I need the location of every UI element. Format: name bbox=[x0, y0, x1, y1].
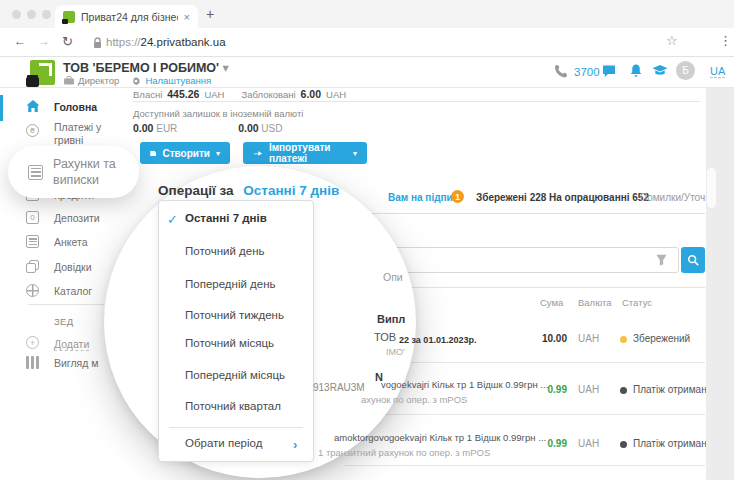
user-avatar[interactable]: Б bbox=[676, 61, 695, 80]
blocked-label: Заблоковані bbox=[241, 89, 295, 100]
fragment-row1-title: Випл bbox=[377, 313, 405, 325]
window-zoom-button[interactable] bbox=[42, 10, 51, 19]
eur-value: 0.00 bbox=[133, 122, 153, 134]
sidebar-item-home[interactable]: Головна bbox=[54, 101, 126, 114]
browser-menu-icon[interactable]: ⋮ bbox=[719, 33, 732, 48]
fragment-row2-account: ахунок по опер. з mPOS bbox=[361, 394, 467, 405]
menu-item-current-month[interactable]: Поточний місяць bbox=[185, 337, 274, 349]
hryvnia-payments-icon: ₴ bbox=[26, 124, 40, 138]
briefcase-icon bbox=[64, 76, 74, 85]
scrollbar-thumb[interactable] bbox=[707, 168, 716, 208]
privat24-window: { "colors": { "accent_blue":"#29a6de", "… bbox=[0, 0, 734, 480]
url-host: 24.privatbank.ua bbox=[141, 36, 226, 48]
menu-item-previous-month[interactable]: Попередній місяць bbox=[185, 369, 285, 381]
usd-value: 0.00 bbox=[238, 122, 258, 134]
browser-tab[interactable]: Приват24 для бізнесу × bbox=[55, 5, 198, 28]
usd-currency: USD bbox=[261, 123, 282, 134]
fragment-row1-imo: ІМО' bbox=[386, 347, 405, 357]
menu-item-current-week[interactable]: Поточний тиждень bbox=[185, 309, 284, 321]
settings-link[interactable]: Налаштування bbox=[145, 75, 211, 86]
check-icon: ✓ bbox=[167, 212, 178, 227]
operations-period-header: Операції за Останні 7 днів bbox=[158, 183, 339, 198]
fragment-row2-id: 913RAU3M bbox=[313, 382, 365, 393]
certificates-icon bbox=[26, 260, 40, 274]
tab-for-signature[interactable]: Вам на підпис bbox=[388, 192, 458, 203]
forward-icon[interactable]: → bbox=[38, 34, 50, 48]
phone-icon bbox=[553, 63, 569, 79]
create-button[interactable]: Створити ▾ bbox=[140, 142, 230, 164]
menu-view-icon bbox=[26, 356, 40, 370]
home-icon bbox=[26, 99, 40, 113]
chevron-right-icon: › bbox=[293, 437, 297, 452]
privatbank-logo bbox=[30, 60, 55, 85]
sidebar-item-deposits[interactable]: Депозити bbox=[54, 212, 126, 225]
import-button-label: Імпортувати платежі bbox=[269, 142, 347, 164]
reload-icon[interactable]: ↻ bbox=[62, 34, 73, 49]
own-currency: UAH bbox=[204, 89, 224, 100]
operations-label: Операції за bbox=[158, 183, 234, 198]
period-dropdown-menu: ✓ Останні 7 днів Поточний день Попередні… bbox=[158, 200, 314, 462]
sidebar-item-payments-uah[interactable]: Платежі у гривні bbox=[54, 121, 126, 147]
active-item-indicator bbox=[0, 95, 3, 121]
window-close-button[interactable] bbox=[12, 10, 21, 19]
role-label: Директор bbox=[78, 75, 119, 86]
row-divider bbox=[345, 414, 705, 415]
url-scheme: https:// bbox=[106, 36, 141, 48]
catalog-icon bbox=[26, 284, 40, 298]
fragment-row1-tov: ТОВ bbox=[374, 331, 396, 343]
fx-balance-title: Доступний залишок в іноземній валюті bbox=[133, 108, 303, 119]
fragment-row1-date: 22 за 01.01.2023р. bbox=[399, 335, 476, 345]
row1-status: Збережений bbox=[633, 333, 690, 344]
column-currency: Валюта bbox=[578, 297, 612, 308]
new-tab-button[interactable]: + bbox=[206, 6, 214, 22]
import-payments-button[interactable]: Імпортувати платежі ▾ bbox=[243, 142, 367, 164]
menu-item-previous-day[interactable]: Попередній день bbox=[185, 278, 276, 290]
create-button-label: Створити bbox=[162, 148, 210, 159]
menu-item-current-quarter[interactable]: Поточний квартал bbox=[185, 400, 281, 412]
bell-icon[interactable] bbox=[628, 63, 644, 79]
url-field[interactable]: https://24.privatbank.ua bbox=[106, 36, 226, 48]
back-icon[interactable]: ← bbox=[14, 34, 26, 48]
tab-title: Приват24 для бізнесу bbox=[81, 11, 178, 23]
own-value: 445.26 bbox=[167, 88, 199, 100]
row1-sum: 10.00 bbox=[520, 333, 567, 344]
tab-processing[interactable]: На опрацюванні 652 bbox=[549, 192, 649, 203]
row2-status-dot bbox=[620, 387, 627, 394]
search-button[interactable] bbox=[681, 247, 705, 273]
row3-currency: UAH bbox=[578, 438, 599, 449]
menu-item-choose-period[interactable]: Обрати період bbox=[185, 437, 262, 449]
filter-funnel-icon[interactable] bbox=[655, 253, 668, 266]
row1-currency: UAH bbox=[578, 333, 599, 344]
chevron-down-icon: ▾ bbox=[223, 61, 229, 75]
operations-period-value[interactable]: Останні 7 днів bbox=[243, 183, 339, 198]
tab-saved[interactable]: Збережені 228 bbox=[476, 192, 546, 203]
menu-item-last-7-days[interactable]: Останні 7 днів bbox=[185, 212, 267, 224]
window-minimize-button[interactable] bbox=[27, 10, 36, 19]
tab-close-icon[interactable]: × bbox=[184, 11, 190, 23]
magnified-sidebar-item-accounts[interactable]: Рахунки та виписки bbox=[8, 146, 139, 198]
graduation-cap-icon[interactable] bbox=[652, 63, 668, 79]
sidebar-section-zed[interactable]: ЗЕД bbox=[54, 316, 73, 327]
privatbank-favicon-icon bbox=[63, 11, 75, 23]
chat-icon[interactable] bbox=[601, 63, 617, 79]
caret-down-icon: ▾ bbox=[216, 149, 220, 158]
padlock-icon bbox=[92, 37, 103, 49]
signature-count-badge: 1 bbox=[451, 190, 464, 203]
gear-icon bbox=[131, 76, 141, 86]
company-name: ТОВ 'БЕРЕМО І РОБИМО' bbox=[63, 61, 219, 75]
bookmark-star-icon[interactable]: ☆ bbox=[666, 33, 678, 48]
menu-item-current-day[interactable]: Поточний день bbox=[185, 245, 265, 257]
caret-down-icon: ▾ bbox=[353, 149, 357, 158]
own-label: Власні bbox=[133, 89, 162, 100]
language-switch[interactable]: UA bbox=[710, 65, 725, 78]
row3-status-dot bbox=[620, 441, 627, 448]
fragment-row3-account: 1 транзитний рахунок по опер. з mPOS bbox=[318, 447, 490, 458]
company-selector[interactable]: ТОВ 'БЕРЕМО І РОБИМО' ▾ bbox=[63, 60, 229, 75]
column-status: Статус bbox=[622, 297, 652, 308]
fragment-row2-desc: vogoekvajri Кільк тр 1 Відшк 0.99грн ... bbox=[381, 379, 548, 390]
eur-currency: EUR bbox=[156, 123, 177, 134]
import-arrow-icon bbox=[253, 148, 263, 159]
fx-balances: 0.00 EUR 0.00 USD bbox=[133, 122, 282, 134]
support-phone[interactable]: 3700 bbox=[574, 66, 600, 78]
sidebar-item-questionnaire[interactable]: Анкета bbox=[54, 236, 126, 249]
